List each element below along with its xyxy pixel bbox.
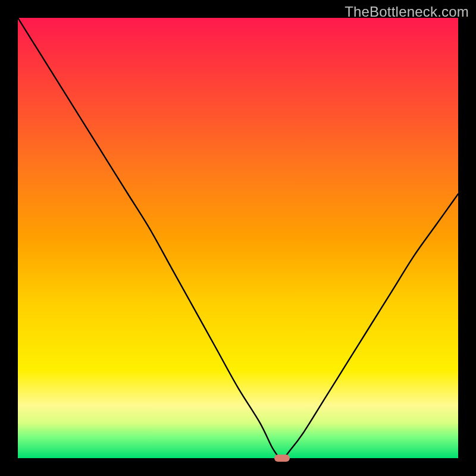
optimum-marker bbox=[274, 455, 290, 462]
chart-container: TheBottleneck.com bbox=[0, 0, 476, 476]
plot-area bbox=[18, 18, 458, 458]
watermark-label: TheBottleneck.com bbox=[345, 4, 469, 20]
bottleneck-curve bbox=[18, 18, 458, 458]
